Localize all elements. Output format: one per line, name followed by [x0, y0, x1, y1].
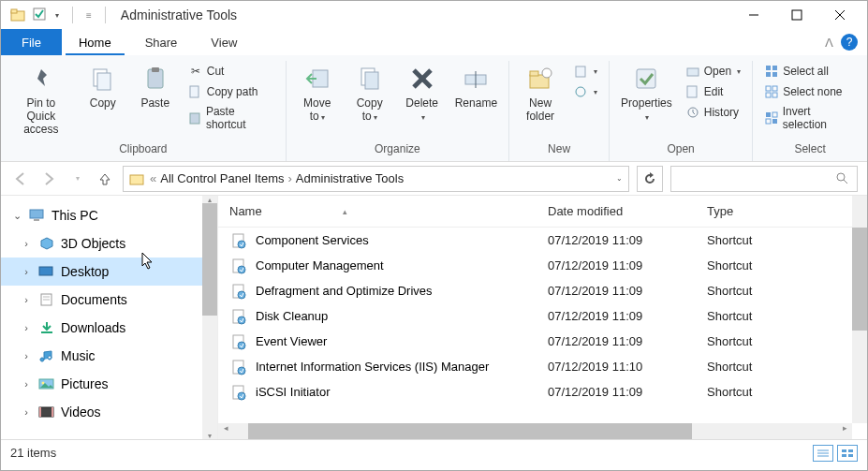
nav-item-label: Pictures — [61, 376, 109, 391]
close-button[interactable] — [818, 1, 861, 29]
expand-icon[interactable]: › — [20, 378, 33, 390]
help-button[interactable]: ? — [841, 34, 858, 51]
new-folder-button[interactable]: New folder — [517, 61, 564, 125]
svg-point-42 — [837, 173, 845, 181]
paste-shortcut-button[interactable]: Paste shortcut — [184, 104, 278, 132]
breadcrumb[interactable]: « All Control Panel Items › Administrati… — [123, 166, 629, 192]
file-row[interactable]: Defragment and Optimize Drives07/12/2019… — [218, 278, 867, 303]
expand-icon[interactable]: › — [20, 294, 33, 305]
file-name: Component Services — [256, 233, 548, 247]
history-icon — [685, 105, 700, 120]
nav-item-label: Desktop — [61, 264, 109, 279]
svg-rect-55 — [51, 407, 53, 417]
search-input[interactable] — [670, 166, 858, 192]
expand-icon[interactable]: › — [20, 266, 33, 277]
file-type: Shortcut — [707, 284, 867, 298]
nav-item-videos[interactable]: ›Videos — [1, 398, 217, 426]
nav-item-desktop[interactable]: ›Desktop — [1, 258, 217, 286]
file-row[interactable]: Component Services07/12/2019 11:09Shortc… — [218, 228, 867, 253]
separator — [72, 7, 73, 23]
expand-icon[interactable]: › — [20, 350, 33, 361]
column-type[interactable]: Type — [707, 204, 867, 218]
copy-path-button[interactable]: Copy path — [184, 83, 278, 100]
invert-selection-button[interactable]: Invert selection — [760, 104, 860, 132]
open-button[interactable]: Open▾ — [682, 63, 744, 80]
details-view-button[interactable] — [813, 445, 833, 462]
file-row[interactable]: Internet Information Services (IIS) Mana… — [218, 354, 867, 379]
shortcut-icon — [229, 231, 248, 250]
file-row[interactable]: Event Viewer07/12/2019 11:09Shortcut — [218, 329, 867, 354]
recent-locations-button[interactable]: ▾ — [66, 169, 87, 189]
rename-button[interactable]: Rename — [451, 61, 501, 111]
nav-item-label: 3D Objects — [61, 236, 125, 251]
file-list-scrollbar-horizontal[interactable]: ◂▸ — [218, 423, 852, 439]
svg-rect-12 — [190, 113, 199, 124]
expand-icon[interactable]: › — [20, 406, 33, 418]
pin-to-quick-access-button[interactable]: Pin to Quick access — [8, 61, 74, 138]
file-row[interactable]: iSCSI Initiator07/12/2019 11:09Shortcut — [218, 379, 867, 405]
chevron-right-icon[interactable]: › — [287, 171, 291, 185]
file-menu[interactable]: File — [1, 29, 62, 55]
tab-share[interactable]: Share — [128, 29, 195, 55]
group-label: Organize — [375, 139, 420, 161]
move-to-button[interactable]: Move to▾ — [294, 61, 341, 126]
nav-item-3d-objects[interactable]: ›3D Objects — [1, 229, 217, 258]
svg-rect-40 — [772, 119, 777, 124]
file-row[interactable]: Disk Cleanup07/12/2019 11:09Shortcut — [218, 303, 867, 329]
new-item-button[interactable]: ▾ — [569, 63, 601, 80]
svg-rect-34 — [772, 86, 777, 91]
svg-point-24 — [576, 87, 585, 96]
column-date[interactable]: Date modified — [548, 204, 707, 218]
svg-rect-35 — [766, 93, 771, 97]
file-list-scrollbar-vertical[interactable] — [852, 196, 867, 423]
svg-rect-54 — [39, 407, 41, 417]
column-name[interactable]: Name — [229, 204, 262, 218]
select-all-button[interactable]: Select all — [760, 63, 860, 80]
maximize-button[interactable] — [775, 1, 818, 29]
expand-icon[interactable]: › — [20, 322, 33, 333]
nav-item-music[interactable]: ›Music — [1, 342, 217, 370]
column-headers[interactable]: Name▴ Date modified Type — [218, 196, 867, 228]
svg-rect-11 — [190, 86, 199, 97]
paste-shortcut-icon — [188, 110, 202, 125]
paste-icon — [140, 63, 171, 95]
copy-button[interactable]: Copy — [80, 61, 126, 111]
crumb-current[interactable]: Administrative Tools — [296, 171, 404, 185]
easy-access-button[interactable]: ▾ — [569, 83, 601, 100]
file-row[interactable]: Computer Management07/12/2019 11:09Short… — [218, 253, 867, 278]
shortcut-icon — [229, 307, 248, 326]
collapse-ribbon-icon[interactable]: ᐱ — [825, 36, 833, 50]
shortcut-icon — [229, 383, 248, 402]
up-button[interactable] — [95, 169, 115, 189]
select-none-button[interactable]: Select none — [760, 83, 860, 100]
svg-rect-38 — [772, 112, 777, 117]
group-label: Select — [794, 139, 825, 161]
copy-to-button[interactable]: Copy to▾ — [346, 61, 393, 126]
svg-rect-73 — [842, 449, 846, 452]
properties-button[interactable]: Properties▾ — [617, 61, 676, 126]
expand-icon[interactable]: › — [20, 238, 33, 249]
delete-button[interactable]: Delete▾ — [399, 61, 446, 126]
collapse-icon[interactable]: ⌄ — [10, 210, 23, 222]
address-dropdown[interactable]: ⌄ — [616, 174, 623, 183]
crumb-parent[interactable]: All Control Panel Items — [160, 171, 284, 185]
edit-button[interactable]: Edit — [682, 83, 744, 100]
forward-button[interactable] — [38, 169, 59, 189]
minimize-button[interactable] — [732, 1, 775, 29]
thumbnails-view-button[interactable] — [837, 445, 858, 462]
nav-this-pc[interactable]: ⌄ This PC — [1, 201, 217, 229]
back-button[interactable] — [10, 169, 31, 189]
tab-home[interactable]: Home — [62, 29, 128, 55]
props-checkbox-icon[interactable] — [33, 7, 48, 22]
cut-button[interactable]: ✂Cut — [184, 63, 278, 80]
navpane-scrollbar[interactable]: ▴ ▾ — [202, 196, 217, 439]
paste-button[interactable]: Paste — [132, 61, 179, 111]
refresh-button[interactable] — [637, 166, 663, 192]
nav-item-pictures[interactable]: ›Pictures — [1, 370, 217, 398]
quick-access-dropdown[interactable]: ▾ — [55, 11, 59, 20]
svg-rect-32 — [772, 72, 777, 77]
nav-item-documents[interactable]: ›Documents — [1, 286, 217, 314]
tab-view[interactable]: View — [194, 29, 254, 55]
history-button[interactable]: History — [682, 104, 744, 121]
nav-item-downloads[interactable]: ›Downloads — [1, 314, 217, 342]
